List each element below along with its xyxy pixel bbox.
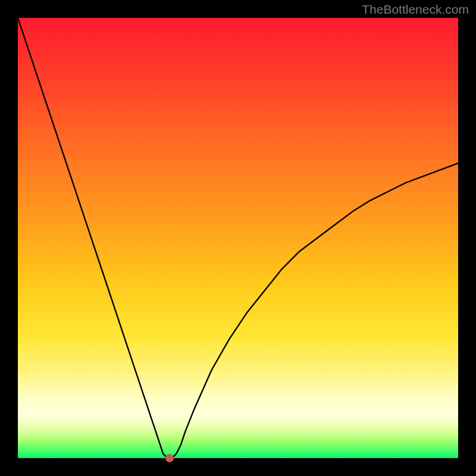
chart-frame (18, 18, 458, 458)
bottleneck-curve (18, 18, 458, 458)
plot-area (18, 18, 458, 458)
minimum-marker-icon (165, 454, 174, 462)
watermark-source: TheBottleneck.com (362, 2, 469, 17)
